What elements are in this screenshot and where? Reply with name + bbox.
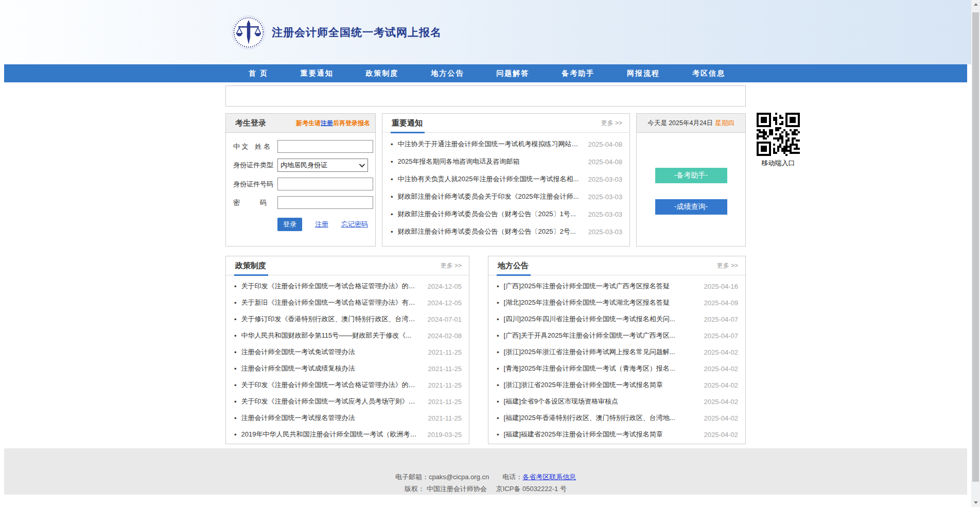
notice-link[interactable]: 中注协关于开通注册会计师全国统一考试机考模拟练习网站的公... [398,139,582,149]
contact-info-link[interactable]: 各省考区联系信息 [522,473,576,481]
list-item[interactable]: •[湖北]2025年注册会计师全国统一考试湖北考区报名答疑2025-04-09 [497,294,738,311]
nav-item-qa[interactable]: 问题解答 [496,69,529,78]
local-link[interactable]: [浙江]2025年浙江省注册会计师考试网上报名常见问题解... [504,347,698,357]
notice-link[interactable]: 财政部注册会计师考试委员会公告（财考公告〔2025〕1号... [398,209,582,219]
list-item[interactable]: •关于印发《注册会计师全国统一考试应考人员考场守则》的通知2021-11-25 [234,393,462,410]
list-item[interactable]: •[福建]2025年香港特别行政区、澳门特别行政区、台湾地...2025-04-… [497,410,738,426]
notice-link[interactable]: 财政部注册会计师考试委员会公告（财考公告〔2025〕2号... [398,227,582,236]
local-link[interactable]: [广西]关于开具2025年注册会计师全国统一考试广西考区... [504,331,698,340]
scrollbar-up-arrow-icon[interactable] [971,0,980,9]
list-item[interactable]: •关于新旧《注册会计师全国统一考试合格证管理办法》有关衔接...2024-12-… [234,294,462,311]
scrollbar-thumb[interactable] [972,12,979,482]
date-info-panel: 今天是 2025年4月24日 星期四 -备考助手- -成绩查询- [636,113,746,247]
list-item[interactable]: •[青海]2025年注册会计师全国统一考试（青海考区）报名...2025-04-… [497,360,738,377]
list-item[interactable]: •[广西]关于开具2025年注册会计师全国统一考试广西考区...2025-04-… [497,327,738,344]
policy-link[interactable]: 关于印发《注册会计师全国统一考试合格证管理办法》的通知 [241,380,422,390]
nav-item-exam-area-info[interactable]: 考区信息 [692,69,725,78]
list-item[interactable]: •[浙江]浙江省2025年注册会计师全国统一考试报名简章2025-04-02 [497,377,738,393]
local-link[interactable]: [浙江]浙江省2025年注册会计师全国统一考试报名简章 [504,380,698,390]
notices-more-link[interactable]: 更多 >> [601,119,622,128]
nav-item-exam-helper[interactable]: 备考助手 [562,69,594,78]
policy-link[interactable]: 2019年中华人民共和国注册会计师全国统一考试（欧洲考区... [241,430,422,439]
local-link[interactable]: [福建]2025年香港特别行政区、澳门特别行政区、台湾地... [504,413,698,423]
phone-label: 电话： [502,473,522,481]
local-link[interactable]: [福建]福建省2025年注册会计师全国统一考试报名简章 [504,430,698,439]
policy-link[interactable]: 注册会计师全国统一考试报名管理办法 [241,413,422,423]
local-date: 2025-04-02 [704,365,739,373]
announcement-banner [225,85,746,107]
policy-link[interactable]: 中华人民共和国财政部令第115号——财政部关于修改《... [241,331,422,340]
notice-link[interactable]: 财政部注册会计师考试委员会关于印发《2025年注册会计师... [398,192,582,201]
local-link[interactable]: [湖北]2025年注册会计师全国统一考试湖北考区报名答疑 [504,298,698,307]
list-item[interactable]: •关于印发《注册会计师全国统一考试合格证管理办法》的通知2021-11-25 [234,377,462,393]
list-item[interactable]: •[浙江]2025年浙江省注册会计师考试网上报名常见问题解...2025-04-… [497,344,738,360]
list-item[interactable]: •财政部注册会计师考试委员会公告（财考公告〔2025〕2号...2025-03-… [391,223,622,240]
bullet-icon: • [497,414,499,422]
policy-link[interactable]: 注册会计师全国统一考试成绩复核办法 [241,364,422,373]
notice-link[interactable]: 中注协有关负责人就2025年注册会计师全国统一考试报名相... [398,174,582,184]
score-query-button[interactable]: -成绩查询- [655,199,727,215]
local-link[interactable]: [青海]2025年注册会计师全国统一考试（青海考区）报名... [504,364,698,373]
register-inline-link[interactable]: 注册 [321,119,333,127]
bullet-icon: • [391,228,393,236]
local-link[interactable]: [四川]2025年四川省注册会计师全国统一考试报名相关问... [504,314,698,324]
list-item[interactable]: •中华人民共和国财政部令第115号——财政部关于修改《...2024-02-08 [234,327,462,344]
policy-date: 2021-11-25 [428,348,462,356]
list-item[interactable]: •[广西]2025年注册会计师全国统一考试广西考区报名答疑2025-04-16 [497,278,738,294]
list-item[interactable]: •关于印发《注册会计师全国统一考试合格证管理办法》的通知2024-12-05 [234,278,462,294]
policy-date: 2019-03-25 [428,431,462,439]
policies-more-link[interactable]: 更多 >> [441,261,462,270]
nav-item-policies[interactable]: 政策制度 [366,69,399,78]
list-item[interactable]: •注册会计师全国统一考试免试管理办法2021-11-25 [234,344,462,360]
list-item[interactable]: •2019年中华人民共和国注册会计师全国统一考试（欧洲考区...2019-03-… [234,426,462,443]
login-panel-title: 考生登录 [235,118,266,128]
list-item[interactable]: •注册会计师全国统一考试成绩复核办法2021-11-25 [234,360,462,377]
exam-helper-button[interactable]: -备考助手- [655,168,727,183]
scrollbar-down-arrow-icon[interactable] [971,498,980,507]
policy-date: 2024-12-05 [428,299,462,307]
mobile-entry-qr: 移动端入口 [756,113,800,168]
policy-link[interactable]: 关于新旧《注册会计师全国统一考试合格证管理办法》有关衔接... [241,298,422,307]
id-number-input[interactable] [277,178,373,190]
nav-item-important-notices[interactable]: 重要通知 [301,69,334,78]
list-item[interactable]: •中注协有关负责人就2025年注册会计师全国统一考试报名相...2025-03-… [391,170,622,188]
id-type-select[interactable]: 内地居民身份证 [277,159,368,172]
nav-item-online-process[interactable]: 网报流程 [627,69,660,78]
login-button[interactable]: 登录 [277,218,302,231]
list-item[interactable]: •2025年报名期间各地咨询电话及咨询邮箱2025-04-08 [391,153,622,170]
bullet-icon: • [497,348,499,356]
vertical-scrollbar[interactable] [971,0,980,507]
nav-item-home[interactable]: 首 页 [249,69,268,78]
policy-link[interactable]: 注册会计师全国统一考试免试管理办法 [241,347,422,357]
local-link[interactable]: [福建]全省9个各设区市现场资格审核点 [504,397,698,406]
forgot-password-link[interactable]: 忘记密码 [341,220,368,229]
password-input[interactable] [277,196,373,209]
list-item[interactable]: •[四川]2025年四川省注册会计师全国统一考试报名相关问...2025-04-… [497,311,738,327]
policy-link[interactable]: 关于印发《注册会计师全国统一考试合格证管理办法》的通知 [241,282,422,291]
list-item[interactable]: •注册会计师全国统一考试报名管理办法2021-11-25 [234,410,462,426]
name-input[interactable] [277,140,373,153]
list-item[interactable]: •中注协关于开通注册会计师全国统一考试机考模拟练习网站的公...2025-04-… [391,135,622,153]
register-link[interactable]: 注册 [315,220,328,229]
bullet-icon: • [391,211,393,218]
bullet-icon: • [234,332,237,340]
policy-link[interactable]: 关于印发《注册会计师全国统一考试应考人员考场守则》的通知 [241,397,422,406]
bullet-icon: • [497,316,499,323]
cicpa-logo-icon [232,15,266,49]
list-item[interactable]: •[福建]全省9个各设区市现场资格审核点2025-04-02 [497,393,738,410]
notice-date: 2025-03-03 [588,211,623,218]
list-item[interactable]: •财政部注册会计师考试委员会关于印发《2025年注册会计师...2025-03-… [391,188,622,205]
notice-date: 2025-03-03 [588,228,623,236]
list-item[interactable]: •关于修订印发《香港特别行政区、澳门特别行政区、台湾地区居...2024-07-… [234,311,462,327]
policy-link[interactable]: 关于修订印发《香港特别行政区、澳门特别行政区、台湾地区居... [241,314,422,324]
list-item[interactable]: •财政部注册会计师考试委员会公告（财考公告〔2025〕1号...2025-03-… [391,205,622,223]
bullet-icon: • [234,431,237,439]
bullet-icon: • [497,299,499,307]
local-more-link[interactable]: 更多 >> [717,261,738,270]
local-date: 2025-04-02 [704,381,739,389]
notice-link[interactable]: 2025年报名期间各地咨询电话及咨询邮箱 [398,157,582,166]
nav-item-local-announcements[interactable]: 地方公告 [431,69,464,78]
id-type-value: 内地居民身份证 [281,161,327,170]
list-item[interactable]: •[福建]福建省2025年注册会计师全国统一考试报名简章2025-04-02 [497,426,738,443]
local-link[interactable]: [广西]2025年注册会计师全国统一考试广西考区报名答疑 [504,282,698,291]
